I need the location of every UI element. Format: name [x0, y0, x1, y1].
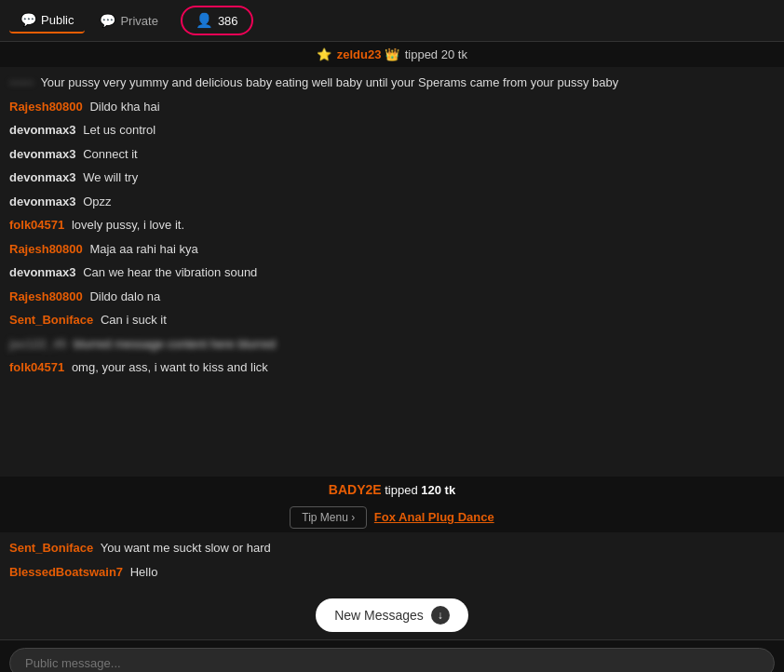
message-text: Connect it — [83, 147, 138, 161]
chat-message: BlessedBoatswain7 Hello — [9, 560, 775, 585]
public-icon: 💬 — [20, 12, 36, 27]
viewers-badge[interactable]: 👤 386 — [181, 6, 253, 35]
chat-message: devonmax3 Opzz — [9, 190, 775, 214]
message-username: jas122_45 — [9, 337, 66, 351]
message-text: Dildo dalo na — [89, 289, 160, 303]
crown-icon: 👑 — [385, 47, 399, 61]
star-icon: ⭐ — [317, 47, 331, 61]
arrow-down-icon: ↓ — [431, 606, 450, 625]
tip-menu-button[interactable]: Tip Menu › — [290, 506, 367, 529]
message-text: Can i suck it — [101, 313, 167, 327]
message-text: You want me suckt slow or hard — [101, 541, 271, 555]
message-text: Dildo kha hai — [89, 100, 159, 114]
message-text: Maja aa rahi hai kya — [89, 242, 197, 256]
chat-message: devonmax3 Connect it — [9, 142, 775, 167]
new-messages-button[interactable]: New Messages ↓ — [316, 598, 468, 632]
tip-header-notification: ⭐ zeldu23 👑 tipped 20 tk — [0, 42, 784, 67]
tab-private[interactable]: 💬 Private — [88, 8, 169, 33]
message-text: Hello — [130, 565, 158, 579]
message-text: Can we hear the vibration sound — [83, 265, 257, 279]
viewers-icon: 👤 — [196, 12, 213, 29]
message-text: We will try — [83, 170, 138, 184]
chat-message: devonmax3 Let us control — [9, 118, 775, 142]
tab-private-label: Private — [120, 14, 157, 28]
message-username: devonmax3 — [9, 195, 76, 208]
chat-message: Sent_Boniface You want me suckt slow or … — [9, 536, 775, 560]
message-username: Sent_Boniface — [9, 313, 93, 327]
chat-message: Rajesh80800 Dildo dalo na — [9, 285, 775, 309]
private-icon: 💬 — [100, 13, 115, 28]
message-text: Opzz — [83, 195, 111, 208]
input-bar — [0, 639, 784, 672]
tip-banner-text: tipped 120 tk — [385, 483, 455, 497]
tip-header-text: tipped 20 tk — [405, 47, 467, 61]
new-messages-label: New Messages — [334, 608, 424, 623]
message-username: Sent_Boniface — [9, 541, 93, 555]
public-message-input[interactable] — [9, 648, 775, 672]
more-messages-area: Sent_Boniface You want me suckt slow or … — [0, 532, 784, 591]
message-username: ------ — [9, 75, 34, 89]
chat-area: ------ Your pussy very yummy and delicio… — [0, 67, 784, 477]
chat-message: folk04571 lovely pussy, i love it. — [9, 213, 775, 237]
chat-message: Rajesh80800 Dildo kha hai — [9, 95, 775, 119]
message-text: Your pussy very yummy and delicious baby… — [40, 75, 618, 89]
message-username: Rajesh80800 — [9, 242, 83, 256]
tabs-bar: 💬 Public 💬 Private 👤 386 — [0, 0, 784, 42]
chat-message: Rajesh80800 Maja aa rahi hai kya — [9, 237, 775, 262]
viewers-count: 386 — [218, 14, 238, 28]
chat-message: jas122_45 blurred message content here b… — [9, 332, 775, 356]
message-text: Let us control — [83, 123, 155, 137]
message-username: folk04571 — [9, 360, 64, 374]
message-username: devonmax3 — [9, 265, 76, 279]
message-username: BlessedBoatswain7 — [9, 565, 123, 579]
tip-banner-amount: 120 tk — [421, 483, 455, 497]
message-username: devonmax3 — [9, 123, 76, 137]
chat-message: ------ Your pussy very yummy and delicio… — [9, 71, 775, 95]
chat-message: folk04571 omg, your ass, i want to kiss … — [9, 356, 775, 380]
tip-banner: BADY2E tipped 120 tk — [0, 477, 784, 503]
fox-link[interactable]: Fox Anal Plug Dance — [374, 510, 494, 524]
message-username: Rajesh80800 — [9, 100, 83, 114]
message-username: devonmax3 — [9, 170, 76, 184]
tip-header-username: zeldu23 — [337, 47, 382, 61]
tip-banner-username: BADY2E — [329, 482, 382, 497]
message-username: devonmax3 — [9, 147, 76, 161]
message-username: folk04571 — [9, 218, 64, 232]
message-text: omg, your ass, i want to kiss and lick — [72, 360, 268, 374]
chat-message: Sent_Boniface Can i suck it — [9, 308, 775, 332]
tab-public[interactable]: 💬 Public — [9, 7, 85, 34]
action-bar: Tip Menu › Fox Anal Plug Dance — [0, 503, 784, 532]
chat-message: devonmax3 Can we hear the vibration soun… — [9, 261, 775, 285]
chat-message: devonmax3 We will try — [9, 166, 775, 190]
message-username: Rajesh80800 — [9, 289, 83, 303]
message-text: lovely pussy, i love it. — [72, 218, 184, 232]
new-messages-wrapper: New Messages ↓ — [0, 591, 784, 639]
tab-public-label: Public — [41, 13, 74, 27]
message-text: blurred message content here blurred — [74, 337, 276, 351]
